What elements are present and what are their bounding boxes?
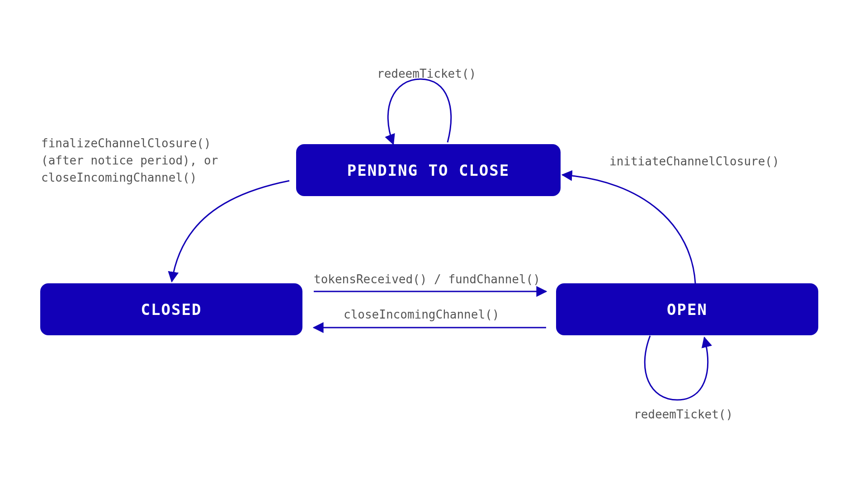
label-initiate-channel-closure: initiateChannelClosure() [609, 153, 779, 170]
label-finalize-closure-line2: (after notice period), or [41, 152, 218, 169]
state-pending-to-close: PENDING TO CLOSE [296, 144, 561, 196]
label-redeem-ticket-open: redeemTicket() [634, 406, 733, 423]
arrow-pending-to-closed [172, 181, 289, 282]
arrow-redeem-open-loop [645, 336, 708, 400]
state-machine-diagram: PENDING TO CLOSE CLOSED OPEN redeemTicke… [0, 0, 868, 488]
label-close-incoming-channel: closeIncomingChannel() [344, 306, 499, 324]
label-finalize-closure-line1: finalizeChannelClosure() [41, 135, 211, 152]
label-redeem-ticket-pending: redeemTicket() [377, 66, 476, 83]
arrow-open-to-pending [562, 175, 695, 283]
label-finalize-closure-line3: closeIncomingChannel() [41, 169, 197, 187]
state-open: OPEN [556, 283, 818, 335]
arrow-redeem-pending-loop [388, 79, 451, 144]
state-closed: CLOSED [40, 283, 302, 335]
label-tokens-received-fund-channel: tokensReceived() / fundChannel() [314, 271, 540, 288]
